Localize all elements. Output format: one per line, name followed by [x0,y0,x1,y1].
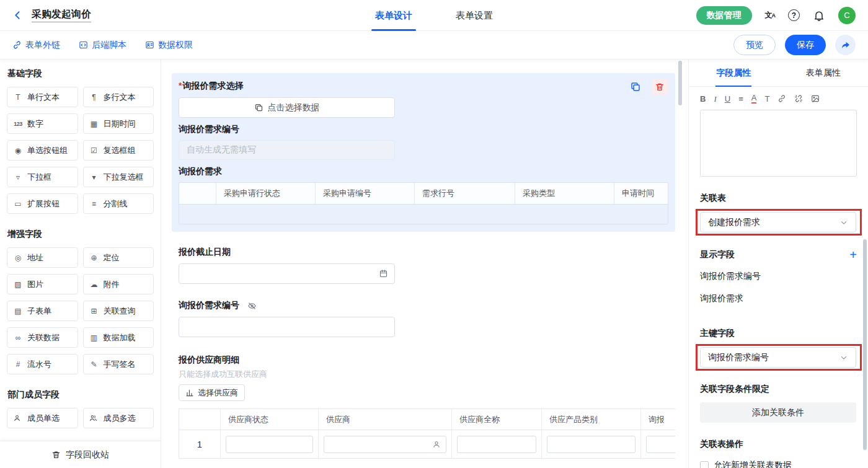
back-icon[interactable] [12,10,23,20]
related-table-operation-label: 关联表操作 [700,439,857,450]
deadline-input[interactable] [179,263,395,284]
sidebar-item-address[interactable]: ◎地址 [7,247,78,268]
field-library-sidebar: 基础字段 T单行文本 ¶多行文本 123数字 ▦日期时间 ◉单选按钮组 ☑复选框… [0,60,161,468]
backend-script-link[interactable]: 后端脚本 [79,40,126,51]
supplier-fullname-input[interactable] [457,436,536,453]
sidebar-item-member-multi[interactable]: 成员多选 [83,408,154,428]
calendar-icon [379,269,388,278]
preview-button[interactable]: 预览 [733,35,776,55]
avatar[interactable]: C [838,7,856,24]
tab-form-settings[interactable]: 表单设置 [452,0,497,31]
field-block-inquiry-number[interactable]: 询报价需求编号 [179,300,676,337]
data-permission-link[interactable]: 数据权限 [145,40,193,51]
sidebar-item-multiline-text[interactable]: ¶多行文本 [83,87,154,107]
sidebar-item-serial-number[interactable]: #流水号 [7,354,78,374]
row-number-header [179,409,221,430]
insert-link-icon[interactable] [777,94,786,103]
serial-number-icon: # [13,360,23,369]
bold-icon[interactable]: B [700,95,706,103]
field-block-deadline[interactable]: 报价截止日期 [179,247,676,284]
datetime-icon: ▦ [89,120,99,128]
sidebar-item-extend-button[interactable]: ▭扩展按钮 [7,193,78,214]
sidebar-item-divider[interactable]: ≡分割线 [83,193,154,214]
tab-form-properties[interactable]: 表单属性 [779,60,868,86]
display-field-item[interactable]: 询报价需求 [700,293,857,304]
supplier-table-header: 供应商状态 供应商 供应商全称 供应产品类别 询报 [179,409,675,430]
sidebar-item-related-data[interactable]: ∞关联数据 [7,327,78,348]
person-icon [432,440,441,449]
canvas-scrollbar[interactable] [678,61,682,105]
sidebar-item-related-query[interactable]: ⊞关联查询 [83,301,154,321]
primary-key-select[interactable]: 询报价需求编号 [700,347,856,368]
radio-group-icon: ◉ [13,146,23,155]
sidebar-item-datetime[interactable]: ▦日期时间 [83,113,154,134]
sidebar-item-radio-group[interactable]: ◉单选按钮组 [7,140,78,161]
tab-form-design[interactable]: 表单设计 [371,0,416,31]
select-supplier-button[interactable]: 选择供应商 [179,384,245,401]
inquiry-number-input[interactable]: 自动生成无需填写 [179,140,395,160]
add-condition-button[interactable]: 添加关联条件 [700,402,856,423]
sidebar-item-checkbox-group[interactable]: ☑复选框组 [83,140,154,161]
sidebar-item-signature[interactable]: ✎手写签名 [83,354,154,374]
window-scrollbar[interactable] [863,239,867,450]
inquiry-col-input[interactable] [646,436,675,453]
sidebar-item-image[interactable]: ▨图片 [7,274,78,294]
sidebar-item-number[interactable]: 123数字 [7,113,78,134]
font-color-icon[interactable]: A [751,94,757,104]
save-button[interactable]: 保存 [785,35,826,55]
copy-icon[interactable] [627,79,644,95]
help-icon[interactable]: ? [788,9,800,21]
sidebar-item-subform[interactable]: ▤子表单 [7,301,78,321]
supplier-hint: 只能选择成功互联供应商 [179,369,676,380]
sidebar-item-single-line-text[interactable]: T单行文本 [7,87,78,107]
location-icon: ⊕ [89,254,99,262]
recycle-bin-icon [51,450,61,459]
inquiry-table: 采购申请行状态 采购申请编号 需求行号 采购类型 申请时间 [179,182,668,224]
page-title[interactable]: 采购发起询价 [32,8,91,23]
dropdown-multi-icon: ▾ [89,173,99,182]
underline-icon[interactable]: U [725,95,730,103]
multiline-text-icon: ¶ [89,93,99,102]
related-data-icon: ∞ [13,333,23,342]
tab-field-properties[interactable]: 字段属性 [689,60,779,86]
allow-add-checkbox[interactable] [700,461,709,468]
toolbar-actions: 预览 保存 [733,35,856,55]
sidebar-item-data-load[interactable]: ▥数据加载 [83,327,154,348]
sidebar-item-attachment[interactable]: ☁附件 [83,274,154,294]
chevron-down-icon [839,353,848,362]
italic-icon[interactable]: I [714,95,716,103]
form-external-link[interactable]: 表单外链 [12,40,60,51]
supplier-input[interactable] [324,436,446,453]
attachment-icon: ☁ [89,280,99,289]
insert-image-icon[interactable] [811,94,820,103]
share-button[interactable] [835,35,856,55]
sidebar-item-member-single[interactable]: 成员单选 [7,408,78,428]
condition-label: 关联字段条件限定 [700,384,857,395]
font-size-icon[interactable]: T [764,95,769,103]
section-title-enhanced: 增强字段 [7,229,153,240]
display-field-item[interactable]: 询报价需求编号 [700,271,857,282]
data-manage-button[interactable]: 数据管理 [696,6,752,25]
translate-icon[interactable]: 文A [765,10,776,20]
sidebar-item-dropdown-multi[interactable]: ▾下拉复选框 [83,167,154,187]
remove-link-icon[interactable] [794,94,803,103]
member-single-icon [13,414,23,422]
field-recycle-bin[interactable]: 字段回收站 [0,441,161,468]
sidebar-item-dropdown[interactable]: ▿下拉框 [7,167,78,187]
related-table-select[interactable]: 创建报价需求 [700,212,856,232]
data-load-icon: ▥ [89,333,99,342]
select-data-button[interactable]: 点击选择数据 [179,97,395,118]
supplier-category-input[interactable] [547,436,636,453]
inquiry-number-field-input[interactable] [179,317,395,337]
align-icon[interactable]: ≡ [738,95,743,103]
supplier-status-input[interactable] [226,436,313,453]
sidebar-item-location[interactable]: ⊕定位 [83,247,154,268]
field-description-textarea[interactable] [700,110,857,177]
add-display-field-icon[interactable]: + [849,249,857,261]
top-bar: 采购发起询价 表单设计 表单设置 数据管理 文A ? C [0,0,868,31]
field-block-inquiry-select[interactable]: *询报价需求选择 点击选择数据 询报价需求编号 自动生成无需填写 询报价需求 [172,73,675,232]
eye-off-icon[interactable] [247,301,257,311]
bell-icon[interactable] [813,9,825,22]
trash-icon[interactable] [652,79,668,95]
field-block-supplier-detail[interactable]: 报价供应商明细 只能选择成功互联供应商 选择供应商 供应商状态 供应商 供应商全… [179,355,676,459]
